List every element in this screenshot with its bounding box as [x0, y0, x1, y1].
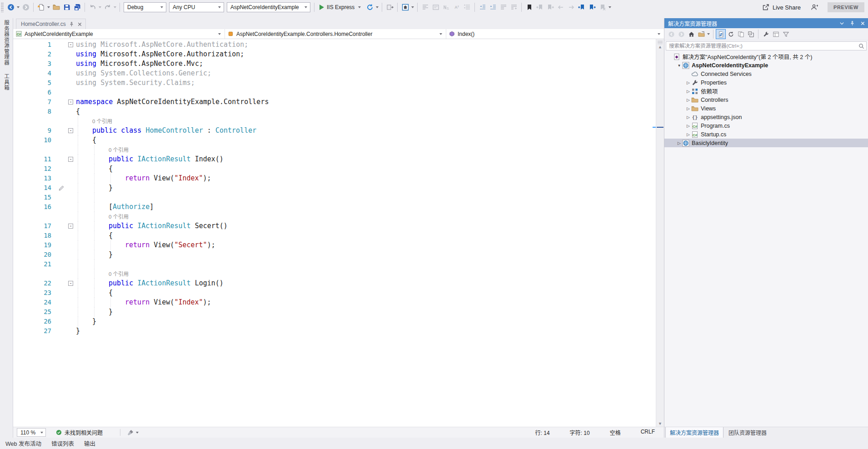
code-line[interactable]: 15 [13, 193, 656, 202]
tree-item-controllers[interactable]: ▷Controllers [664, 95, 868, 104]
open-file-button[interactable] [51, 1, 61, 13]
code-line[interactable]: 26} [13, 317, 656, 326]
explorer-forward-button[interactable] [676, 29, 686, 39]
feedback-person-icon[interactable] [809, 1, 819, 13]
increase-indent-button[interactable] [488, 1, 498, 13]
server-explorer-vertical-tab[interactable]: 服务器资源管理器 [3, 20, 10, 65]
expander-icon[interactable]: ▷ [685, 124, 691, 128]
codelens-row[interactable]: 0 个引用 [13, 212, 656, 221]
close-panel-icon[interactable] [860, 21, 865, 26]
close-icon[interactable] [77, 22, 82, 27]
tree-item-views[interactable]: ▷Views [664, 104, 868, 113]
toolbar-overflow-icon[interactable] [609, 6, 611, 8]
auto-hide-pin-icon[interactable] [850, 21, 855, 26]
next-bookmark-in-folder-button[interactable] [566, 1, 576, 13]
expander-icon[interactable]: ▷ [685, 132, 691, 137]
refresh-button[interactable] [726, 29, 736, 39]
toggle-bookmark-button[interactable] [524, 1, 534, 13]
code-line[interactable]: 9-public class HomeController : Controll… [13, 126, 656, 135]
clear-bookmarks-button[interactable] [597, 1, 608, 13]
comment-button[interactable] [498, 1, 509, 13]
code-line[interactable]: 11-public IActionResult Index() [13, 155, 656, 164]
explorer-home-button[interactable] [686, 29, 696, 39]
code-line[interactable]: 3using Microsoft.AspNetCore.Mvc; [13, 59, 656, 69]
solution-platform-combo[interactable]: Any CPU [169, 2, 224, 12]
switch-views-dropdown-icon[interactable] [707, 33, 710, 35]
next-bookmark-in-document-button[interactable] [587, 1, 597, 13]
tab-output[interactable]: 输出 [84, 439, 95, 448]
undo-button[interactable] [87, 1, 98, 13]
hot-reload-button[interactable] [364, 1, 375, 13]
expander-icon[interactable]: ▷ [685, 98, 691, 102]
zoom-combo[interactable]: 110 % [17, 428, 46, 437]
properties-button[interactable] [761, 29, 771, 39]
code-line[interactable]: 2using Microsoft.AspNetCore.Authorizatio… [13, 50, 656, 59]
codelens-references-link[interactable]: 0 个引用 [92, 119, 112, 124]
expander-icon[interactable]: ▷ [685, 106, 691, 111]
undo-dropdown-icon[interactable] [99, 6, 101, 8]
breadcrumb-member-dropdown[interactable]: Index() [446, 29, 664, 39]
navigate-back-button[interactable] [5, 1, 16, 13]
switch-views-button[interactable] [696, 29, 706, 39]
code-line[interactable]: 12{ [13, 164, 656, 174]
scroll-up-icon[interactable]: ▲ [656, 44, 664, 50]
code-line[interactable]: 14} [13, 183, 656, 193]
code-line[interactable]: 23{ [13, 288, 656, 298]
codelens-row[interactable]: 0 个引用 [13, 269, 656, 279]
document-tab-homecontroller[interactable]: HomeController.cs [16, 19, 86, 29]
save-button[interactable] [61, 1, 72, 13]
code-line[interactable]: 17-public IActionResult Secert() [13, 221, 656, 231]
decrease-indent-button[interactable] [477, 1, 488, 13]
tab-web-publish-activity[interactable]: Web 发布活动 [5, 439, 41, 448]
breadcrumb-project-dropdown[interactable]: C# AspNetCoreIdentityExample [13, 29, 225, 39]
tree-item-program-cs[interactable]: ▷C#Program.cs [664, 121, 868, 130]
fold-collapse-icon[interactable]: - [68, 157, 73, 162]
uncomment-button[interactable] [509, 1, 519, 13]
attach-to-process-button[interactable] [384, 1, 395, 13]
code-line[interactable]: 1-using Microsoft.AspNetCore.Authenticat… [13, 40, 656, 50]
tree-item-project-aspnetcoreidentityexample[interactable]: ▾AspNetCoreIdentityExample [664, 61, 868, 70]
code-line[interactable]: 13return View("Index"); [13, 174, 656, 183]
startup-project-combo[interactable]: AspNetCoreIdentityExample [227, 2, 310, 12]
code-line[interactable]: 4using System.Collections.Generic; [13, 69, 656, 78]
scroll-down-icon[interactable]: ▼ [656, 421, 664, 426]
tab-error-list[interactable]: 错误列表 [51, 439, 74, 448]
code-line[interactable]: 27} [13, 326, 656, 336]
previous-bookmark-in-document-button[interactable] [576, 1, 587, 13]
previous-bookmark-in-folder-button[interactable] [555, 1, 566, 13]
fold-collapse-icon[interactable]: - [68, 281, 73, 286]
code-line[interactable]: 20} [13, 250, 656, 259]
fold-collapse-icon[interactable]: - [68, 42, 73, 47]
filter-button[interactable] [781, 29, 791, 39]
navigate-to-button[interactable] [430, 1, 441, 13]
code-line[interactable]: 5using System.Security.Claims; [13, 78, 656, 88]
fold-collapse-icon[interactable]: - [68, 128, 73, 133]
browser-link-button[interactable] [400, 1, 410, 13]
start-debugging-button[interactable]: IIS Express [318, 2, 364, 13]
sync-with-active-document-button[interactable] [716, 29, 726, 39]
code-cleanup-broom-icon[interactable] [126, 428, 135, 437]
fold-collapse-icon[interactable]: - [68, 224, 73, 229]
redo-button[interactable] [102, 1, 113, 13]
code-line[interactable]: 8{ [13, 107, 656, 116]
expander-icon[interactable]: ▷ [676, 141, 682, 145]
navigate-back-dropdown-icon[interactable] [17, 6, 20, 8]
tree-item-appsettings-json[interactable]: ▷{}appsettings.json [664, 113, 868, 121]
new-file-dropdown-icon[interactable] [47, 6, 50, 8]
new-file-button[interactable] [36, 1, 46, 13]
code-editor[interactable]: 1-using Microsoft.AspNetCore.Authenticat… [13, 39, 664, 427]
code-line[interactable]: 6 [13, 88, 656, 97]
codelens-row[interactable]: 0 个引用 [13, 145, 656, 155]
next-bookmark-button[interactable] [545, 1, 555, 13]
preview-selected-items-button[interactable] [771, 29, 781, 39]
code-line[interactable]: 24return View("Index"); [13, 298, 656, 307]
solution-explorer-title-bar[interactable]: 解决方案资源管理器 [664, 18, 868, 28]
solution-search-box[interactable] [666, 41, 867, 50]
search-icon[interactable] [858, 43, 864, 49]
show-whitespace-button[interactable] [441, 1, 451, 13]
tree-item-dependencies[interactable]: ▷依赖项 [664, 87, 868, 95]
tab-team-explorer[interactable]: 团队资源管理器 [724, 427, 771, 438]
code-line[interactable]: 21 [13, 259, 656, 269]
previous-bookmark-button[interactable] [534, 1, 545, 13]
expander-icon[interactable]: ▷ [685, 115, 691, 120]
